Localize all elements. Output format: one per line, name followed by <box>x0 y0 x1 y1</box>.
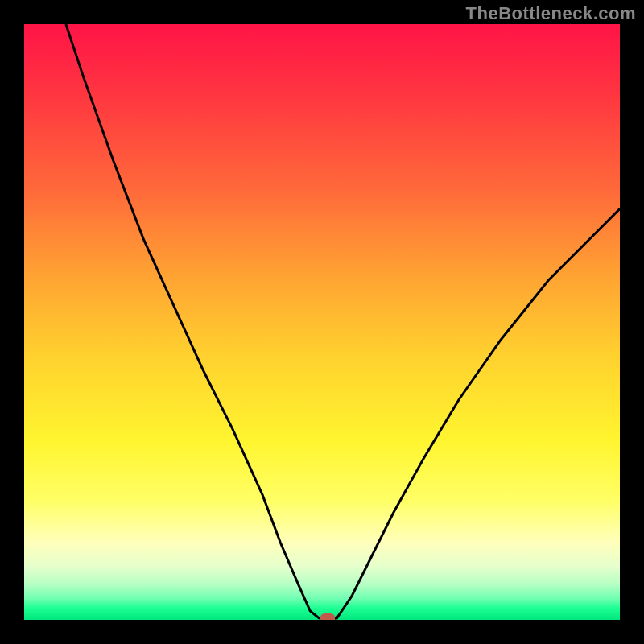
chart-frame: TheBottleneck.com <box>0 0 644 644</box>
plot-area <box>24 24 620 620</box>
watermark-text: TheBottleneck.com <box>466 3 636 24</box>
bottleneck-curve <box>24 24 620 620</box>
curve-path <box>66 24 620 619</box>
notch-marker <box>320 613 335 620</box>
